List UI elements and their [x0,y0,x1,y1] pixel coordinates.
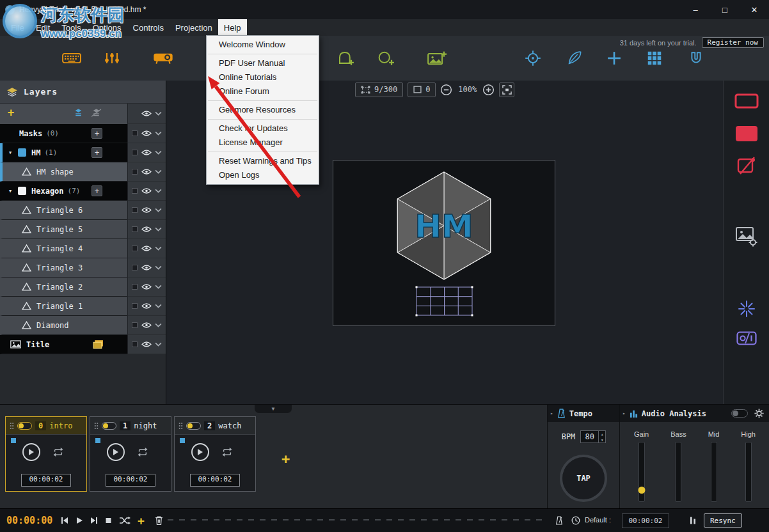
clip-loop-icon[interactable] [52,448,65,457]
chevron-down-icon[interactable] [155,131,162,136]
layer-row-triangle-2[interactable]: Triangle 2 [0,278,166,297]
layer-color-swatch[interactable] [18,187,26,195]
shuffle-icon[interactable] [119,517,131,524]
clip-active-toggle[interactable] [102,422,116,430]
default-duration-value[interactable]: 00:00:02 [622,513,669,528]
menu-item-open-logs[interactable]: Open Logs [207,168,319,182]
panel-resize-handle[interactable] [168,519,546,520]
menu-item-online-forum[interactable]: Online Forum [207,84,319,98]
clock-icon[interactable] [571,516,580,525]
keyboard-shortcuts-icon[interactable] [62,53,81,64]
projector-output-icon[interactable] [153,52,173,65]
expander-icon[interactable]: ▼ [6,189,14,194]
solo-checkbox[interactable] [132,207,138,213]
layer-row-triangle-6[interactable]: Triangle 6 [0,201,166,220]
chevron-down-icon[interactable] [155,150,162,155]
add-sequence-button[interactable]: + [281,451,290,467]
eye-icon[interactable] [141,149,152,156]
eye-icon[interactable] [141,226,152,233]
sequence-clip-1[interactable]: 1 night 00:00:02 [90,416,171,492]
drag-handle-icon[interactable] [94,422,99,430]
solo-checkbox[interactable] [132,130,138,136]
eye-icon[interactable] [141,264,152,271]
layer-row-hm[interactable]: ▼ HM (1) + [0,143,166,162]
menu-options[interactable]: Options [87,19,127,36]
zoom-out-icon[interactable] [440,84,452,96]
layer-row-triangle-5[interactable]: Triangle 5 [0,220,166,239]
gain-slider[interactable] [638,442,645,502]
add-circle-shape-icon[interactable] [377,51,395,66]
chevron-down-icon[interactable] [155,246,162,251]
layer-row-triangle-4[interactable]: Triangle 4 [0,239,166,258]
projection-preview[interactable]: HM [333,160,555,326]
solo-checkbox[interactable] [132,169,138,175]
zoom-in-icon[interactable] [482,84,495,96]
close-button[interactable]: ✕ [740,0,769,19]
menu-item-online-tutorials[interactable]: Online Tutorials [207,70,319,84]
expand-arrow-icon[interactable]: ▸ [550,411,553,416]
freehand-draw-feather-icon[interactable] [567,51,582,66]
eye-icon[interactable] [141,322,152,329]
bpm-value[interactable]: 80 [581,431,598,442]
layer-row-masks[interactable]: Masks (0) + [0,124,166,143]
solo-checkbox[interactable] [132,303,138,309]
register-now-button[interactable]: Register now [702,37,764,48]
stop-icon[interactable] [105,517,112,524]
solo-checkbox[interactable] [132,322,138,328]
add-quad-shape-icon[interactable] [337,51,354,66]
global-chevron-down-icon[interactable] [155,111,162,116]
menu-edit[interactable]: Edit [30,19,56,36]
shape-effects-icon[interactable] [736,156,757,175]
chevron-down-icon[interactable] [155,285,162,289]
gain-slider-knob[interactable] [638,487,645,494]
drag-handle-icon[interactable] [178,422,183,430]
menu-controls[interactable]: Controls [127,19,170,36]
chevron-down-icon[interactable] [155,169,162,174]
expander-icon[interactable]: ▼ [6,150,14,155]
tap-tempo-button[interactable]: TAP [560,455,607,502]
clip-loop-icon[interactable] [221,448,234,457]
eye-icon[interactable] [141,245,152,252]
chevron-down-icon[interactable] [155,189,162,193]
add-sequence-transport-button[interactable]: + [138,514,145,528]
magnet-snap-icon[interactable] [689,51,703,65]
add-media-player-icon[interactable] [427,51,447,66]
move-layer-up-icon[interactable] [91,109,102,117]
clip-active-toggle[interactable] [17,422,32,430]
clip-duration[interactable]: 00:00:02 [190,474,241,487]
chevron-down-icon[interactable] [155,342,162,347]
media-assigned-icon[interactable] [93,340,104,349]
sequence-clip-0[interactable]: 0 intro 00:00:02 [5,416,87,492]
bpm-spinner[interactable]: 80 ▲ ▼ [580,430,606,443]
high-slider[interactable] [745,442,752,502]
trash-icon[interactable] [155,516,163,526]
eye-icon[interactable] [141,207,152,214]
solo-checkbox[interactable] [132,150,138,155]
mixer-sliders-icon[interactable] [104,52,120,65]
fill-style-icon[interactable] [735,125,758,142]
eye-icon[interactable] [141,187,152,194]
layer-row-title[interactable]: Title [0,335,166,354]
chevron-down-icon[interactable] [155,304,162,308]
chevron-down-icon[interactable] [155,323,162,327]
metronome-small-icon[interactable] [555,516,563,525]
grid-snap-icon[interactable] [648,52,662,65]
clip-play-button[interactable] [191,443,209,461]
expand-arrow-icon[interactable]: ▸ [622,411,626,416]
global-eye-icon[interactable] [141,110,152,117]
output-target-icon[interactable] [525,50,541,66]
pause-bars-icon[interactable] [690,517,696,525]
eye-icon[interactable] [141,341,152,348]
maximize-button[interactable]: □ [710,0,740,19]
clip-loop-icon[interactable] [136,448,149,457]
drag-handle-icon[interactable] [10,422,14,430]
add-shape-button[interactable]: + [91,147,102,158]
border-style-icon[interactable] [734,93,759,109]
solo-checkbox[interactable] [132,226,138,232]
menu-item-pdf-user-manual[interactable]: PDF User Manual [207,56,319,70]
particles-effect-icon[interactable] [737,299,756,318]
gear-icon[interactable] [754,409,764,418]
menu-item-license-manager[interactable]: License Manager [207,136,319,150]
layer-color-swatch[interactable] [18,148,26,157]
menu-item-reset-warnings[interactable]: Reset Warnings and Tips [207,154,319,168]
